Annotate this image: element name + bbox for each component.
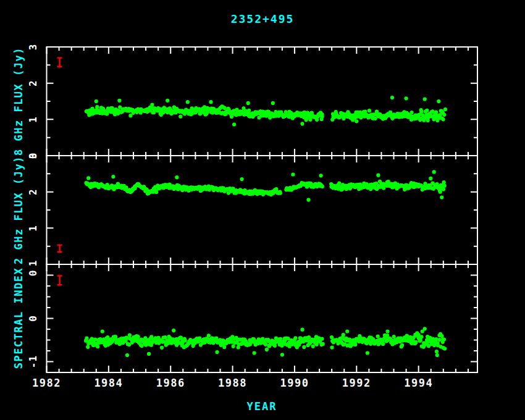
chart-svg: 3210321010-11982198419861988199019921994 [0, 0, 525, 420]
data-points-flux2 [85, 170, 447, 201]
data-points-flux8 [85, 96, 447, 127]
y-tick-label: -1 [27, 355, 39, 368]
y-tick-label: 0 [27, 315, 39, 322]
y-tick-label: 1 [27, 260, 39, 267]
y-tick-label: 2 [27, 80, 39, 86]
light-curve-figure: 2352+495 8 GHz FLUX (Jy) 2 GHz FLUX (Jy)… [0, 0, 525, 420]
y-tick-label: 0 [27, 270, 39, 277]
x-tick-label: 1982 [32, 377, 61, 389]
x-axis-label: YEAR [0, 400, 524, 413]
y-tick-label: 3 [27, 44, 39, 51]
panel-border-flux8 [47, 47, 478, 156]
error-bar-spectral_index [57, 276, 62, 285]
axis-ticks [47, 47, 478, 372]
y-tick-label: 2 [27, 188, 39, 195]
panel-border-spectral_index [47, 264, 478, 372]
x-tick-label: 1994 [404, 377, 433, 389]
error-bar-flux2 [57, 245, 62, 252]
x-tick-label: 1992 [342, 377, 371, 389]
error-bar-flux8 [57, 58, 62, 67]
y-tick-label: 1 [27, 116, 39, 123]
data-points-spectral_index [84, 327, 447, 357]
x-tick-label: 1986 [156, 377, 185, 389]
panel-border-flux2 [47, 156, 478, 264]
x-tick-label: 1984 [94, 377, 123, 389]
x-tick-label: 1988 [218, 377, 247, 389]
y-tick-label: 1 [27, 225, 39, 232]
x-tick-label: 1990 [280, 377, 309, 389]
y-tick-label: 3 [27, 153, 39, 159]
